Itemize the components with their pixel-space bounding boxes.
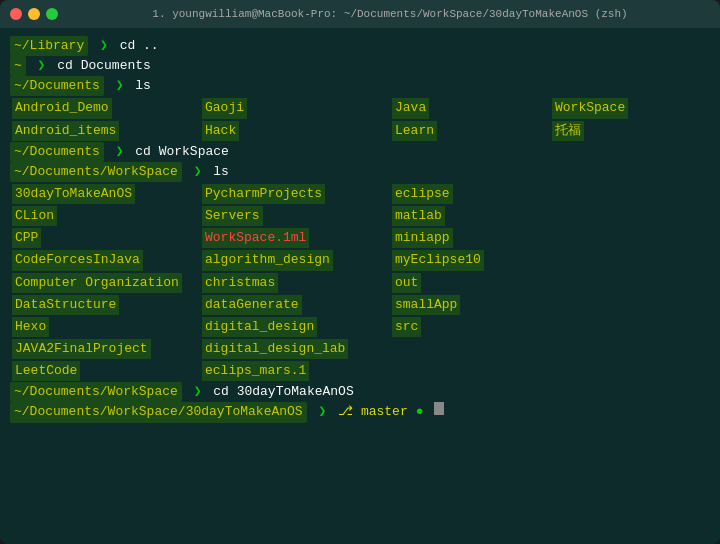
ls-ws-row-9: LeetCode eclips_mars.1 <box>10 360 710 382</box>
file-item: Android_Demo <box>10 97 200 119</box>
ls-ws-row-5: Computer Organization christmas out <box>10 272 710 294</box>
terminal-line-2: ~ ❯ cd Documents <box>10 56 710 76</box>
file-item: miniapp <box>390 227 550 249</box>
ls-ws-row-8: JAVA2FinalProject digital_design_lab <box>10 338 710 360</box>
prompt-path: ~/Documents/WorkSpace/30dayToMakeAnOS <box>10 402 307 422</box>
prompt-path: ~/Documents <box>10 76 104 96</box>
file-item: Servers <box>200 205 390 227</box>
terminal-line-1: ~/Library ❯ cd .. <box>10 36 710 56</box>
file-item: CPP <box>10 227 200 249</box>
terminal-line-3: ~/Documents ❯ ls <box>10 76 710 96</box>
file-item: Android_items <box>10 120 200 142</box>
file-item: myEclipse10 <box>390 249 550 271</box>
file-item: dataGenerate <box>200 294 390 316</box>
command-text: ls <box>135 76 151 96</box>
file-item: eclipse <box>390 183 550 205</box>
file-item: LeetCode <box>10 360 200 382</box>
file-item: WorkSpace <box>550 97 720 119</box>
close-button[interactable] <box>10 8 22 20</box>
file-item: JAVA2FinalProject <box>10 338 200 360</box>
file-item: Learn <box>390 120 550 142</box>
ls-documents-output: Android_Demo Gaoji Java WorkSpace 微信公众号 … <box>10 97 710 141</box>
command-text: cd WorkSpace <box>135 142 229 162</box>
file-item: 30dayToMakeAnOS <box>10 183 200 205</box>
ls-ws-row-6: DataStructure dataGenerate smallApp <box>10 294 710 316</box>
titlebar: 1. youngwilliam@MacBook-Pro: ~/Documents… <box>0 0 720 28</box>
command-text: cd 30dayToMakeAnOS <box>213 382 353 402</box>
prompt-path: ~/Documents/WorkSpace <box>10 382 182 402</box>
file-item: PycharmProjects <box>200 183 390 205</box>
git-status-dot: ● <box>416 402 424 422</box>
file-item: WorkSpace.1ml <box>200 227 390 249</box>
ls-ws-row-4: CodeForcesInJava algorithm_design myEcli… <box>10 249 710 271</box>
file-item: 托福 <box>550 120 720 142</box>
prompt-arrow: ❯ <box>186 162 209 182</box>
file-item: out <box>390 272 550 294</box>
ls-ws-row-1: 30dayToMakeAnOS PycharmProjects eclipse <box>10 183 710 205</box>
terminal-line-6: ~/Documents/WorkSpace ❯ cd 30dayToMakeAn… <box>10 382 710 402</box>
minimize-button[interactable] <box>28 8 40 20</box>
prompt-arrow: ❯ <box>108 76 131 96</box>
ls-row-1: Android_Demo Gaoji Java WorkSpace 微信公众号 <box>10 97 710 119</box>
terminal-cursor <box>434 402 444 415</box>
ls-ws-row-7: Hexo digital_design src <box>10 316 710 338</box>
file-item: Hack <box>200 120 390 142</box>
prompt-path: ~/Library <box>10 36 88 56</box>
prompt-arrow: ❯ <box>92 36 115 56</box>
window-title: 1. youngwilliam@MacBook-Pro: ~/Documents… <box>70 8 710 20</box>
traffic-lights <box>10 8 58 20</box>
prompt-arrow: ❯ <box>311 402 334 422</box>
terminal-body[interactable]: ~/Library ❯ cd .. ~ ❯ cd Documents ~/Doc… <box>0 28 720 544</box>
command-text: cd Documents <box>57 56 151 76</box>
terminal-line-4: ~/Documents ❯ cd WorkSpace <box>10 142 710 162</box>
prompt-path: ~/Documents/WorkSpace <box>10 162 182 182</box>
file-item: algorithm_design <box>200 249 390 271</box>
command-text: ls <box>213 162 229 182</box>
file-item: digital_design <box>200 316 390 338</box>
command-text: cd .. <box>120 36 159 56</box>
terminal-line-7: ~/Documents/WorkSpace/30dayToMakeAnOS ❯ … <box>10 402 710 422</box>
file-item: eclips_mars.1 <box>200 360 390 382</box>
file-item: Hexo <box>10 316 200 338</box>
ls-workspace-output: 30dayToMakeAnOS PycharmProjects eclipse … <box>10 183 710 382</box>
maximize-button[interactable] <box>46 8 58 20</box>
file-item: DataStructure <box>10 294 200 316</box>
file-item: Computer Organization <box>10 272 200 294</box>
prompt-arrow: ❯ <box>30 56 53 76</box>
file-item: christmas <box>200 272 390 294</box>
file-item: digital_design_lab <box>200 338 390 360</box>
prompt-path: ~/Documents <box>10 142 104 162</box>
terminal-line-5: ~/Documents/WorkSpace ❯ ls <box>10 162 710 182</box>
file-item: smallApp <box>390 294 550 316</box>
ls-ws-row-2: CLion Servers matlab <box>10 205 710 227</box>
git-branch: ⎇ master <box>338 402 408 422</box>
file-item: CLion <box>10 205 200 227</box>
file-item: src <box>390 316 550 338</box>
prompt-arrow: ❯ <box>108 142 131 162</box>
file-item: Gaoji <box>200 97 390 119</box>
file-item: matlab <box>390 205 550 227</box>
terminal-window: 1. youngwilliam@MacBook-Pro: ~/Documents… <box>0 0 720 544</box>
ls-ws-row-3: CPP WorkSpace.1ml miniapp <box>10 227 710 249</box>
ls-row-2: Android_items Hack Learn 托福 <box>10 120 710 142</box>
prompt-path: ~ <box>10 56 26 76</box>
prompt-arrow: ❯ <box>186 382 209 402</box>
file-item: Java <box>390 97 550 119</box>
file-item: CodeForcesInJava <box>10 249 200 271</box>
